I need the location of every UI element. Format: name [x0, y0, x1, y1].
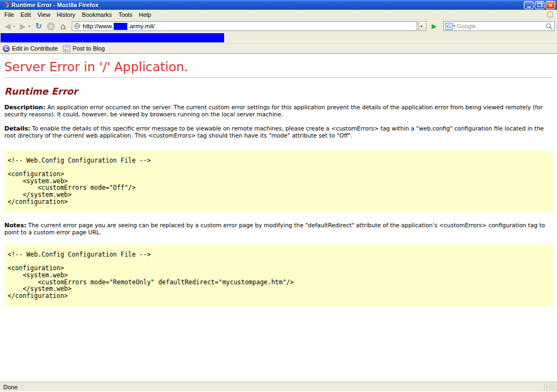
stop-button[interactable]: ×: [45, 20, 57, 32]
browser-window: Runtime Error - Mozilla Firefox × File E…: [0, 0, 557, 392]
notes-text: The current error page you are seeing ca…: [4, 222, 545, 235]
url-prefix-text: http://www.: [83, 23, 113, 29]
restore-icon: [537, 3, 542, 7]
notes-paragraph: Notes: The current error page you are se…: [4, 222, 553, 236]
description-label: Description:: [4, 104, 46, 111]
search-input[interactable]: G ▾ Google: [443, 21, 555, 31]
redacted-url-segment: [114, 23, 127, 30]
page-title: Server Error in '/' Application.: [4, 60, 553, 74]
details-paragraph: Details: To enable the details of this s…: [4, 125, 553, 139]
minimize-button[interactable]: [524, 1, 534, 9]
details-text: To enable the details of this specific e…: [4, 125, 544, 139]
go-icon: ▶: [431, 22, 436, 30]
stop-icon: ×: [47, 22, 55, 30]
throbber-icon: [546, 10, 554, 18]
bookmarks-toolbar: [0, 33, 557, 43]
close-icon: ×: [548, 2, 553, 8]
firefox-logo-icon: [2, 1, 9, 9]
search-placeholder: Google: [457, 23, 544, 29]
go-button[interactable]: ▶: [428, 21, 440, 31]
home-button[interactable]: ⌂: [57, 20, 69, 32]
google-engine-icon[interactable]: G: [445, 23, 453, 30]
menu-file[interactable]: File: [1, 11, 17, 18]
url-suffix-text: .army.mil/: [128, 23, 154, 29]
web-config-example-1: <!-- Web.Config Configuration File --> <…: [4, 151, 553, 213]
status-separator: [547, 384, 547, 390]
reload-button[interactable]: ↻: [33, 20, 45, 32]
window-title-bar: Runtime Error - Mozilla Firefox ×: [0, 0, 557, 10]
status-separator: [544, 384, 545, 390]
menu-bookmarks[interactable]: Bookmarks: [79, 11, 115, 18]
redacted-bookmarks-strip: [1, 33, 224, 42]
menu-view[interactable]: View: [34, 11, 54, 18]
menu-help[interactable]: Help: [135, 11, 154, 18]
back-icon: ◀: [2, 22, 13, 30]
window-title: Runtime Error - Mozilla Firefox: [11, 2, 523, 8]
contribute-icon: C: [3, 45, 10, 52]
web-config-example-2: <!-- Web.Config Configuration File --> <…: [4, 245, 553, 307]
details-label: Details:: [4, 125, 30, 132]
error-page-content: Server Error in '/' Application. Runtime…: [0, 54, 557, 382]
back-dropdown-icon: ▾: [13, 24, 17, 29]
home-icon: ⌂: [57, 21, 69, 32]
navigation-toolbar: ◀▾ ▶▾ ↻ × ⌂ http://www..army.mil/ ▾: [0, 20, 557, 33]
post-to-blog-button[interactable]: Post to Blog: [72, 45, 104, 52]
reload-icon: ↻: [33, 21, 45, 31]
menu-edit[interactable]: Edit: [17, 11, 34, 18]
error-subheading: Runtime Error: [4, 86, 553, 97]
chevron-down-icon: ▾: [420, 24, 425, 29]
forward-button[interactable]: ▶▾: [17, 20, 33, 32]
menu-tools[interactable]: Tools: [115, 11, 136, 18]
engine-dropdown-icon[interactable]: ▾: [453, 24, 455, 28]
edit-in-contribute-button[interactable]: Edit in Contribute: [12, 45, 58, 52]
forward-dropdown-icon: ▾: [28, 24, 33, 29]
forward-icon: ▶: [17, 22, 28, 30]
close-button[interactable]: ×: [546, 1, 555, 9]
resize-grip[interactable]: [549, 383, 556, 390]
menu-history[interactable]: History: [53, 11, 78, 18]
blog-icon: [63, 45, 70, 52]
description-text: An application error occurred on the ser…: [4, 104, 543, 117]
address-dropdown-button[interactable]: ▾: [418, 21, 426, 31]
back-button[interactable]: ◀▾: [2, 20, 17, 32]
divider: [4, 77, 553, 78]
status-text: Done: [3, 384, 17, 390]
address-bar-input[interactable]: http://www..army.mil/: [72, 21, 417, 31]
contribute-toolbar: C Edit in Contribute Post to Blog: [0, 43, 557, 54]
minimize-icon: [527, 7, 531, 8]
restore-button[interactable]: [535, 1, 544, 9]
menu-bar: File Edit View History Bookmarks Tools H…: [0, 10, 557, 20]
description-paragraph: Description: An application error occurr…: [4, 104, 553, 118]
search-icon[interactable]: [546, 23, 553, 30]
notes-label: Notes:: [4, 222, 26, 229]
page-favicon-icon: [74, 23, 81, 29]
status-bar: Done: [0, 382, 557, 391]
